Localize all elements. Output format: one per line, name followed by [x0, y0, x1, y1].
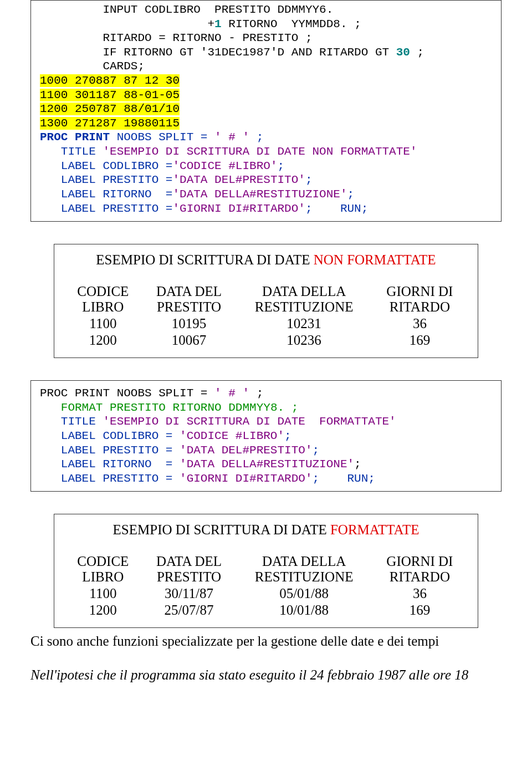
- cell: 1100: [64, 315, 142, 332]
- code-card-line: 1200 250787 88/01/10: [40, 103, 180, 115]
- output-table: CODICELIBRO DATA DELPRESTITO DATA DELLAR…: [64, 553, 468, 619]
- table-row: 1200 10067 10236 169: [64, 332, 468, 349]
- output-block-2: ESEMPIO DI SCRITTURA DI DATE FORMATTATE …: [54, 514, 478, 628]
- col-header: GIORNI DIRITARDO: [372, 553, 468, 585]
- col-header: GIORNI DIRITARDO: [372, 283, 468, 315]
- code-line: LABEL PRESTITO = 'DATA DEL#PRESTITO';: [40, 444, 319, 457]
- output-table: CODICELIBRO DATA DELPRESTITO DATA DELLAR…: [64, 283, 468, 349]
- cell: 1200: [64, 602, 142, 619]
- cell: 30/11/87: [142, 585, 237, 602]
- cell: 10231: [236, 315, 371, 332]
- code-block-1: INPUT CODLIBRO PRESTITO DDMMYY6. +1 RITO…: [30, 0, 502, 222]
- code-line: TITLE 'ESEMPIO DI SCRITTURA DI DATE NON …: [40, 145, 417, 158]
- col-header: DATA DELLARESTITUZIONE: [236, 283, 371, 315]
- output-title: ESEMPIO DI SCRITTURA DI DATE NON FORMATT…: [64, 252, 468, 268]
- code-line: LABEL CODLIBRO ='CODICE #LIBRO';: [40, 160, 284, 172]
- cell: 169: [372, 332, 468, 349]
- output-title: ESEMPIO DI SCRITTURA DI DATE FORMATTATE: [64, 522, 468, 538]
- cell: 1200: [64, 332, 142, 349]
- cell: 10236: [236, 332, 371, 349]
- code-line: RITARDO = RITORNO - PRESTITO ;: [40, 32, 312, 44]
- footnote-italic: Nell'ipotesi che il programma sia stato …: [30, 666, 502, 685]
- code-block-2: PROC PRINT NOOBS SPLIT = ' # ' ; FORMAT …: [30, 380, 502, 492]
- code-line: PROC PRINT NOOBS SPLIT = ' # ' ;: [40, 387, 263, 400]
- code-line: LABEL RITORNO ='DATA DELLA#RESTITUZIONE'…: [40, 188, 354, 201]
- cell: 25/07/87: [142, 602, 237, 619]
- cell: 1100: [64, 585, 142, 602]
- code-card-line: 1300 271287 19880115: [40, 117, 180, 130]
- cell: 36: [372, 315, 468, 332]
- code-line: INPUT CODLIBRO PRESTITO DDMMYY6.: [40, 3, 333, 16]
- col-header: DATA DELPRESTITO: [142, 283, 237, 315]
- cell: 10067: [142, 332, 237, 349]
- code-line: CARDS;: [40, 60, 145, 73]
- output-block-1: ESEMPIO DI SCRITTURA DI DATE NON FORMATT…: [54, 244, 478, 358]
- col-header: DATA DELLARESTITUZIONE: [236, 553, 371, 585]
- table-row: 1100 30/11/87 05/01/88 36: [64, 585, 468, 602]
- table-row: 1100 10195 10231 36: [64, 315, 468, 332]
- table-header-row: CODICELIBRO DATA DELPRESTITO DATA DELLAR…: [64, 553, 468, 585]
- code-card-line: 1100 301187 88-01-05: [40, 89, 180, 101]
- table-header-row: CODICELIBRO DATA DELPRESTITO DATA DELLAR…: [64, 283, 468, 315]
- cell: 10195: [142, 315, 237, 332]
- code-line: IF RITORNO GT '31DEC1987'D AND RITARDO G…: [40, 46, 424, 59]
- cell: 169: [372, 602, 468, 619]
- code-line: +1 RITORNO YYMMDD8. ;: [40, 18, 361, 30]
- col-header: CODICELIBRO: [64, 283, 142, 315]
- col-header: CODICELIBRO: [64, 553, 142, 585]
- code-line: PROC PRINT NOOBS SPLIT = ' # ' ;: [40, 131, 263, 144]
- code-line: TITLE 'ESEMPIO DI SCRITTURA DI DATE FORM…: [40, 415, 396, 428]
- code-line: LABEL PRESTITO = 'GIORNI DI#RITARDO'; RU…: [40, 472, 375, 485]
- code-line: LABEL CODLIBRO = 'CODICE #LIBRO';: [40, 430, 291, 442]
- code-line: LABEL RITORNO = 'DATA DELLA#RESTITUZIONE…: [40, 458, 361, 471]
- code-line: LABEL PRESTITO ='DATA DEL#PRESTITO';: [40, 173, 313, 186]
- code-card-line: 1000 270887 87 12 30: [40, 74, 180, 87]
- col-header: DATA DELPRESTITO: [142, 553, 237, 585]
- code-line: FORMAT PRESTITO RITORNO DDMMYY8. ;: [40, 401, 298, 414]
- footnote-text: Ci sono anche funzioni specializzate per…: [30, 632, 502, 651]
- cell: 36: [372, 585, 468, 602]
- cell: 10/01/88: [236, 602, 371, 619]
- code-line: LABEL PRESTITO ='GIORNI DI#RITARDO'; RUN…: [40, 202, 368, 215]
- cell: 05/01/88: [236, 585, 371, 602]
- table-row: 1200 25/07/87 10/01/88 169: [64, 602, 468, 619]
